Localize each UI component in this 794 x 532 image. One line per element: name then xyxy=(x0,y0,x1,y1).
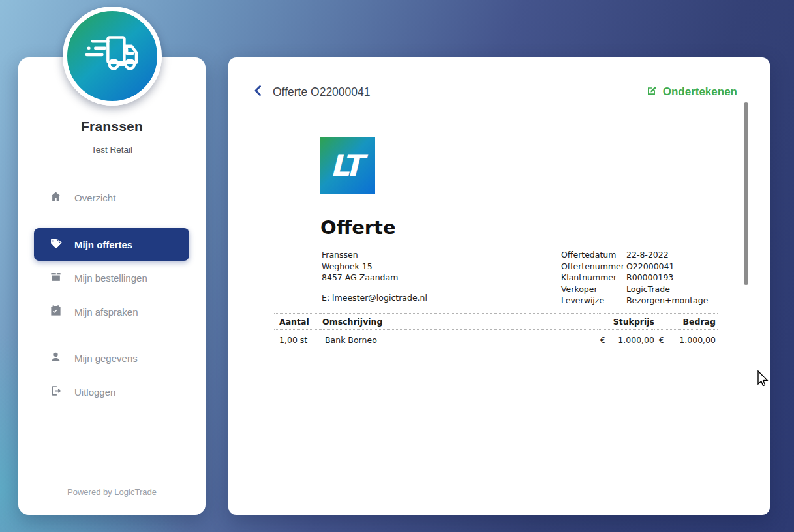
row-stukprijs: 1.000,00 xyxy=(613,330,654,349)
sidebar: Franssen Test Retail Overzicht Mijn offe… xyxy=(18,57,206,515)
detail-value: R00000193 xyxy=(626,272,673,284)
row-currency-bedrag: € xyxy=(654,330,674,349)
main-panel: Offerte O22000041 Ondertekenen LT Offert… xyxy=(228,57,770,515)
mouse-cursor xyxy=(757,370,770,391)
detail-value: Bezorgen+montage xyxy=(626,295,708,306)
person-icon xyxy=(50,351,62,366)
powered-by: Powered by LogicTrade xyxy=(18,487,206,497)
offerte-details: Offertedatum22-8-2022 OffertenummerO2200… xyxy=(561,249,708,306)
user-name: Franssen xyxy=(18,119,206,134)
customer-name: Franssen xyxy=(322,249,427,261)
offerte-line-items-table: Aantal Omschrijving Stukprijs Bedrag 1,0… xyxy=(274,313,718,349)
sidebar-item-mijn-gegevens[interactable]: Mijn gegevens xyxy=(34,341,189,375)
sidebar-item-label: Overzicht xyxy=(74,192,115,203)
delivery-truck-icon xyxy=(81,30,144,82)
detail-label: Offertenummer xyxy=(561,261,626,273)
customer-city: 8457 AG Zaandam xyxy=(322,272,427,284)
home-icon xyxy=(50,190,62,205)
row-bedrag: 1.000,00 xyxy=(674,330,718,349)
column-header-bedrag: Bedrag xyxy=(654,313,718,330)
detail-label: Leverwijze xyxy=(561,295,626,306)
column-header-aantal: Aantal xyxy=(274,313,321,330)
calendar-check-icon xyxy=(50,304,62,319)
logictrade-logo: LT xyxy=(320,137,375,194)
detail-value: LogicTrade xyxy=(626,284,670,295)
sidebar-item-mijn-offertes[interactable]: Mijn offertes xyxy=(34,228,189,261)
offerte-document: LT Offerte Franssen Weghoek 15 8457 AG Z… xyxy=(228,57,770,515)
sidebar-item-label: Mijn gegevens xyxy=(74,353,138,364)
sidebar-item-label: Mijn bestellingen xyxy=(74,273,147,284)
detail-value: 22-8-2022 xyxy=(626,249,669,261)
document-scrollbar[interactable] xyxy=(744,102,748,285)
detail-label: Klantnummer xyxy=(561,272,626,284)
customer-street: Weghoek 15 xyxy=(322,261,427,273)
document-title: Offerte xyxy=(320,216,396,239)
customer-address: Franssen Weghoek 15 8457 AG Zaandam E: l… xyxy=(322,249,427,303)
sidebar-item-label: Uitloggen xyxy=(74,387,115,398)
column-header-omschrijving: Omschrijving xyxy=(321,313,598,330)
sidebar-item-label: Mijn afspraken xyxy=(74,306,138,318)
sidebar-menu: Overzicht Mijn offertes Mijn bestellinge… xyxy=(18,181,206,409)
logout-icon xyxy=(50,385,62,400)
user-subtitle: Test Retail xyxy=(18,145,206,155)
sidebar-item-overzicht[interactable]: Overzicht xyxy=(34,181,189,214)
sidebar-item-mijn-bestellingen[interactable]: Mijn bestellingen xyxy=(34,261,189,295)
detail-value: O22000041 xyxy=(626,261,674,273)
row-aantal: 1,00 st xyxy=(274,330,321,349)
column-header-stukprijs: Stukprijs xyxy=(598,313,654,330)
sidebar-item-label: Mijn offertes xyxy=(74,239,132,250)
tag-icon xyxy=(50,237,62,252)
row-omschrijving: Bank Borneo xyxy=(321,330,598,349)
app-logo xyxy=(63,7,162,106)
row-currency-stukprijs: € xyxy=(598,330,613,349)
detail-label: Offertedatum xyxy=(561,249,626,261)
sidebar-item-uitloggen[interactable]: Uitloggen xyxy=(34,375,189,409)
detail-label: Verkoper xyxy=(561,284,626,295)
sidebar-item-mijn-afspraken[interactable]: Mijn afspraken xyxy=(34,295,189,329)
box-icon xyxy=(50,271,62,286)
customer-email: E: lmeester@logictrade.nl xyxy=(322,292,427,304)
logictrade-logo-text: LT xyxy=(330,148,365,183)
